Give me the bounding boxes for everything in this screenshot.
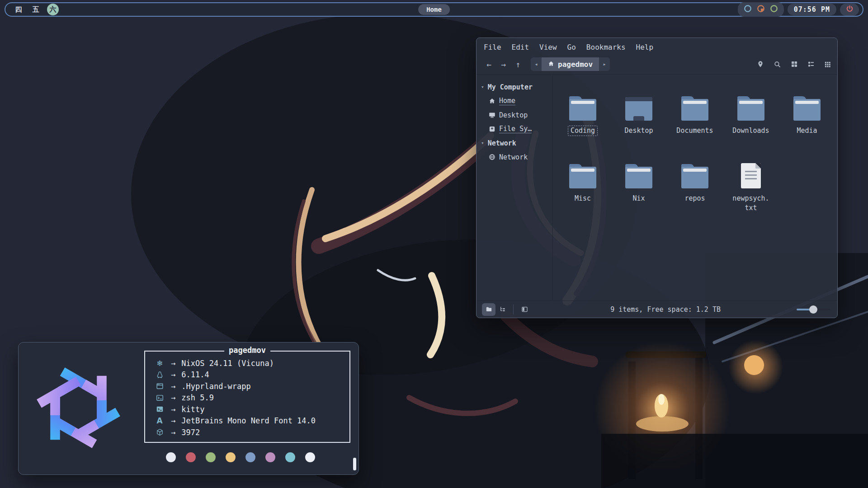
- menu-view[interactable]: View: [539, 43, 557, 52]
- filesystem-icon: [489, 126, 495, 132]
- packages-value: 3972: [181, 428, 200, 437]
- palette-dot: [285, 452, 295, 462]
- fetch-line-terminal: → kitty: [154, 404, 349, 415]
- path-scroll-right-button[interactable]: ▸: [599, 57, 610, 71]
- menu-go[interactable]: Go: [567, 43, 576, 52]
- compact-view-button[interactable]: [824, 61, 831, 68]
- fetch-line-os: ❄ → NixOS 24.11 (Vicuna): [154, 357, 349, 369]
- sidebar-section-my-computer[interactable]: ▾ My Computer: [476, 80, 552, 94]
- toolbar: ← → ↑ ◂ pagedmov ▸: [476, 54, 837, 74]
- folder-icon: [569, 164, 596, 188]
- active-window-title: Home: [418, 4, 450, 15]
- workspace-5[interactable]: 五: [30, 4, 42, 15]
- chevron-down-icon[interactable]: ▾: [481, 140, 484, 146]
- sidebar-item-label: Home: [499, 97, 515, 105]
- file-manager-window: File Edit View Go Bookmarks Help ← → ↑ ◂…: [476, 38, 838, 318]
- terminal-window[interactable]: pagedmov ❄ → NixOS 24.11 (Vicuna) → 6.11…: [18, 342, 359, 475]
- palette-dot: [186, 452, 196, 462]
- path-current-label: pagedmov: [558, 60, 593, 69]
- sidebar-item-home[interactable]: Home: [476, 94, 552, 108]
- status-circle-green-icon: [770, 5, 778, 14]
- file-label: Media: [794, 126, 820, 136]
- fetch-line-wm: → .Hyprland-wrapp: [154, 380, 349, 392]
- tree-view-toggle-button[interactable]: [495, 303, 509, 316]
- workspace-6-active[interactable]: 六: [47, 4, 59, 15]
- side-pane-toggle-button[interactable]: [518, 303, 531, 316]
- file-label: repos: [682, 193, 708, 204]
- chevron-down-icon[interactable]: ▾: [481, 84, 484, 90]
- file-label: Nix: [630, 193, 647, 204]
- location-pin-button[interactable]: [757, 61, 764, 68]
- arrow-icon: →: [171, 428, 175, 437]
- forward-button[interactable]: →: [497, 58, 510, 70]
- file-item-media[interactable]: Media: [779, 86, 835, 154]
- slider-knob[interactable]: [809, 305, 817, 314]
- menu-edit[interactable]: Edit: [512, 43, 529, 52]
- sidebar-item-label: Desktop: [499, 111, 528, 119]
- nixos-icon: ❄: [154, 359, 165, 368]
- icon-view-button[interactable]: [791, 61, 798, 68]
- menubar: File Edit View Go Bookmarks Help: [476, 38, 837, 54]
- items-free-space-text: 9 items, Free space: 1.2 TB: [610, 305, 721, 314]
- path-segment-home[interactable]: pagedmov: [542, 57, 599, 71]
- file-label: Misc: [572, 193, 594, 204]
- file-item-desktop[interactable]: Desktop: [611, 86, 667, 154]
- fastfetch-info-box: pagedmov ❄ → NixOS 24.11 (Vicuna) → 6.11…: [144, 351, 350, 443]
- palette-dot: [245, 452, 255, 462]
- arrow-icon: →: [171, 416, 175, 425]
- file-item-downloads[interactable]: Downloads: [723, 86, 779, 154]
- workspace-switcher: 四 五 六: [9, 4, 59, 15]
- search-button[interactable]: [774, 61, 781, 68]
- file-item-newpsych-txt[interactable]: newpsych.txt: [723, 154, 779, 222]
- power-button[interactable]: [840, 4, 859, 16]
- status-circles[interactable]: [738, 2, 784, 17]
- terminal-value: kitty: [181, 405, 204, 414]
- terminal-scrollbar-thumb[interactable]: [353, 458, 356, 470]
- sidebar-section-label: My Computer: [488, 83, 533, 91]
- folder-icon: [681, 164, 708, 188]
- palette-dot: [206, 452, 216, 462]
- fetch-line-shell: → zsh 5.9: [154, 392, 349, 404]
- wm-value: .Hyprland-wrapp: [181, 382, 251, 391]
- file-item-misc[interactable]: Misc: [555, 154, 611, 222]
- font-value: JetBrains Mono Nerd Font 14.0: [181, 416, 316, 425]
- status-bar: 9 items, Free space: 1.2 TB: [476, 300, 837, 318]
- sidebar: ▾ My Computer Home Desktop File Sy…: [476, 75, 552, 300]
- file-label: Downloads: [730, 126, 772, 136]
- sidebar-item-filesystem[interactable]: File Sy…: [476, 122, 552, 136]
- path-scroll-left-button[interactable]: ◂: [531, 57, 542, 71]
- sidebar-section-network[interactable]: ▾ Network: [476, 136, 552, 150]
- file-label: Coding: [568, 126, 598, 136]
- folder-icon: [569, 96, 596, 121]
- icon-view-toggle-button[interactable]: [482, 303, 495, 316]
- path-bar: ◂ pagedmov ▸: [531, 57, 610, 71]
- folder-icon: [793, 96, 821, 121]
- file-label: Documents: [674, 126, 716, 136]
- globe-icon: [489, 154, 495, 160]
- file-item-documents[interactable]: Documents: [667, 86, 723, 154]
- fetch-line-packages: → 3972: [154, 427, 349, 438]
- home-icon: [489, 98, 495, 104]
- sidebar-item-network[interactable]: Network: [476, 150, 552, 164]
- folder-icon: [681, 96, 708, 121]
- desktop-icon: [489, 112, 495, 118]
- wm-icon: [154, 382, 165, 390]
- up-button[interactable]: ↑: [512, 58, 524, 70]
- file-item-repos[interactable]: repos: [667, 154, 723, 222]
- menu-help[interactable]: Help: [636, 43, 654, 52]
- sidebar-item-label: Network: [499, 153, 528, 161]
- back-button[interactable]: ←: [483, 58, 495, 70]
- menu-file[interactable]: File: [484, 43, 501, 52]
- kernel-value: 6.11.4: [181, 370, 209, 379]
- arrow-icon: →: [171, 393, 175, 402]
- file-item-coding[interactable]: Coding: [555, 86, 611, 154]
- list-view-button[interactable]: [807, 61, 815, 68]
- workspace-4[interactable]: 四: [13, 4, 24, 15]
- terminal-color-palette: [166, 452, 315, 462]
- sidebar-section-label: Network: [488, 139, 516, 147]
- fetch-line-kernel: → 6.11.4: [154, 369, 349, 381]
- sidebar-item-desktop[interactable]: Desktop: [476, 108, 552, 122]
- zoom-slider[interactable]: [797, 305, 830, 314]
- file-item-nix[interactable]: Nix: [611, 154, 667, 222]
- menu-bookmarks[interactable]: Bookmarks: [586, 43, 626, 52]
